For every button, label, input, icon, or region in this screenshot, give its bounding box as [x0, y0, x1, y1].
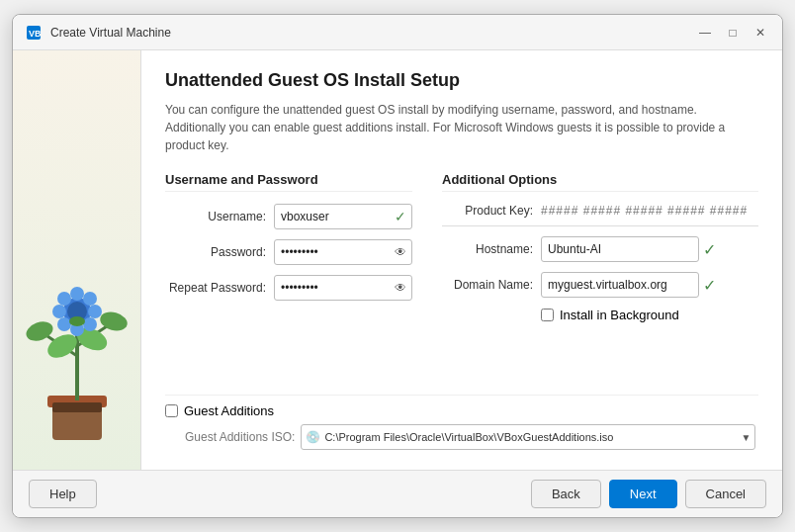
- svg-point-22: [69, 316, 85, 326]
- svg-point-17: [57, 292, 71, 306]
- username-input[interactable]: [274, 204, 412, 229]
- right-section-title: Additional Options: [442, 172, 758, 192]
- hostname-label: Hostname:: [442, 242, 541, 256]
- page-description: You can configure the unattended guest O…: [165, 101, 758, 154]
- form-sections: Username and Password Username: ✓ Passwo…: [165, 172, 758, 385]
- repeat-password-input-wrap: 👁: [274, 275, 412, 301]
- window-title: Create Virtual Machine: [50, 26, 695, 40]
- domain-valid-icon: ✓: [703, 276, 716, 295]
- repeat-password-input[interactable]: [274, 275, 412, 301]
- password-eye-icon[interactable]: 👁: [395, 245, 406, 259]
- username-label: Username:: [165, 210, 274, 223]
- repeat-password-row: Repeat Password: 👁: [165, 275, 412, 301]
- svg-point-13: [70, 287, 84, 301]
- bottom-section: Guest Additions Guest Additions ISO: 💿 C…: [165, 395, 758, 450]
- domain-input[interactable]: [541, 272, 699, 298]
- install-in-background-label: Install in Background: [560, 308, 679, 322]
- svg-text:VB: VB: [29, 29, 42, 39]
- page-title: Unattended Guest OS Install Setup: [165, 70, 758, 91]
- username-valid-icon: ✓: [395, 209, 406, 224]
- iso-dropdown-icon[interactable]: ▼: [742, 432, 751, 443]
- svg-point-20: [83, 317, 97, 331]
- svg-point-15: [52, 305, 66, 318]
- back-button[interactable]: Back: [531, 480, 601, 508]
- svg-point-16: [88, 305, 102, 318]
- left-section-title: Username and Password: [165, 172, 412, 192]
- sidebar: [13, 50, 141, 470]
- footer: Help Back Next Cancel: [13, 470, 782, 517]
- left-section: Username and Password Username: ✓ Passwo…: [165, 172, 412, 385]
- svg-point-18: [83, 292, 97, 306]
- window-controls: — □ ✕: [695, 23, 770, 43]
- help-button[interactable]: Help: [29, 480, 97, 508]
- hostname-input[interactable]: [541, 236, 699, 262]
- hostname-valid-icon: ✓: [703, 240, 716, 259]
- domain-input-wrap: ✓: [541, 272, 716, 298]
- close-button[interactable]: ✕: [751, 23, 770, 43]
- main-window: VB Create Virtual Machine — □ ✕: [12, 14, 783, 518]
- product-key-row: Product Key:: [442, 204, 758, 226]
- password-label: Password:: [165, 245, 274, 259]
- svg-point-19: [57, 317, 71, 331]
- guest-additions-row: Guest Additions: [165, 403, 758, 418]
- right-section: Additional Options Product Key: Hostname…: [442, 172, 758, 385]
- guest-additions-label: Guest Additions: [184, 403, 274, 418]
- hostname-input-wrap: ✓: [541, 236, 716, 262]
- product-key-input[interactable]: [541, 204, 758, 218]
- username-input-wrap: ✓: [274, 204, 412, 229]
- app-icon: VB: [25, 24, 43, 42]
- minimize-button[interactable]: —: [695, 23, 715, 43]
- footer-left: Help: [29, 480, 531, 508]
- titlebar: VB Create Virtual Machine — □ ✕: [13, 15, 782, 50]
- password-input[interactable]: [274, 239, 412, 265]
- iso-path: C:\Program Files\Oracle\VirtualBox\VBoxG…: [324, 431, 741, 443]
- domain-label: Domain Name:: [442, 278, 541, 292]
- password-input-wrap: 👁: [274, 239, 412, 265]
- domain-row: Domain Name: ✓: [442, 272, 758, 298]
- sidebar-illustration: [18, 183, 136, 460]
- next-button[interactable]: Next: [609, 480, 677, 508]
- iso-input-wrap[interactable]: 💿 C:\Program Files\Oracle\VirtualBox\VBo…: [301, 424, 755, 450]
- username-row: Username: ✓: [165, 204, 412, 229]
- svg-point-8: [23, 318, 54, 344]
- hostname-row: Hostname: ✓: [442, 236, 758, 262]
- cancel-button[interactable]: Cancel: [685, 480, 766, 508]
- guest-additions-checkbox[interactable]: [165, 404, 178, 417]
- svg-rect-4: [52, 402, 102, 412]
- maximize-button[interactable]: □: [723, 23, 743, 43]
- content-area: Unattended Guest OS Install Setup You ca…: [13, 50, 782, 470]
- repeat-password-label: Repeat Password:: [165, 281, 274, 295]
- iso-label: Guest Additions ISO:: [185, 430, 295, 444]
- install-in-background-checkbox[interactable]: [541, 309, 554, 321]
- product-key-label: Product Key:: [442, 204, 541, 218]
- footer-right: Back Next Cancel: [531, 480, 766, 508]
- install-in-background-row: Install in Background: [541, 308, 758, 322]
- main-content: Unattended Guest OS Install Setup You ca…: [141, 50, 782, 470]
- iso-file-icon: 💿: [306, 430, 320, 444]
- repeat-password-eye-icon[interactable]: 👁: [395, 281, 406, 295]
- password-row: Password: 👁: [165, 239, 412, 265]
- iso-row: Guest Additions ISO: 💿 C:\Program Files\…: [185, 424, 758, 450]
